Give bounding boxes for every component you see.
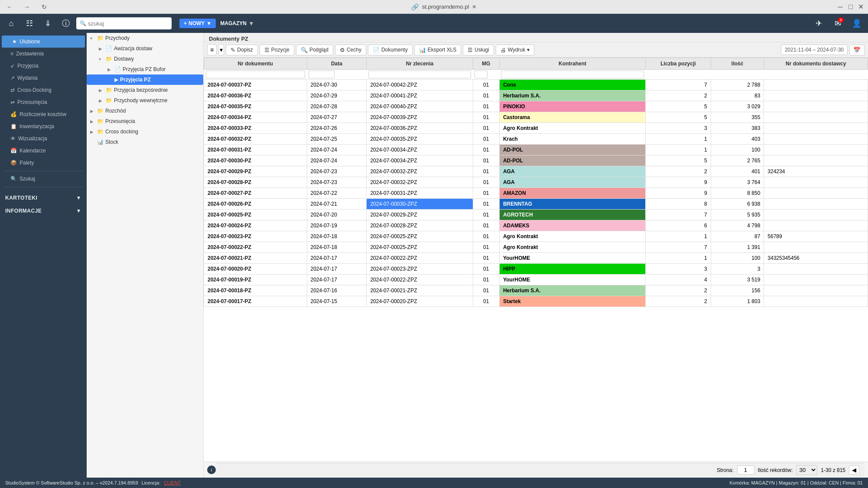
nav-awizacja[interactable]: ▶ 📄 Awizacja dostaw <box>87 43 203 54</box>
nav-przyjecia-bufor[interactable]: ▶ 📄 Przyjęcia PZ Bufor <box>87 64 203 74</box>
wydruk-button[interactable]: 🖨 Wydruk ▾ <box>496 45 535 55</box>
table-row[interactable]: 2024-07-00025-PZ2024-07-202024-07-00029-… <box>204 210 868 220</box>
cell-order: 2024-07-00022-ZPZ <box>367 275 473 285</box>
cell-qty: 156 <box>711 285 764 296</box>
sidebar-item-zestawienia[interactable]: ≡ Zestawienia <box>0 48 87 60</box>
nav-przychody[interactable]: ▾ 📁 Przychody <box>87 33 203 43</box>
dokumenty-button[interactable]: 📄 Dokumenty <box>368 45 413 55</box>
table-row[interactable]: 2024-07-00018-PZ2024-07-162024-07-00021-… <box>204 285 868 296</box>
sidebar-header-kartoteki[interactable]: KARTOTEKI ▼ <box>0 191 87 204</box>
cell-doc: 2024-07-00018-PZ <box>204 285 307 296</box>
cell-mg: 01 <box>473 155 499 166</box>
sidebar-header-informacje[interactable]: INFORMACJE ▼ <box>0 204 87 217</box>
wydruk-label: Wydruk <box>508 47 526 53</box>
nav-przyjecia-pz[interactable]: ▶ Przyjęcia PZ <box>87 74 203 85</box>
nav-cross-docking[interactable]: ▶ 📁 Cross docking <box>87 126 203 137</box>
hamburger-button[interactable]: ≡ <box>207 44 217 55</box>
sidebar-item-przesunecia[interactable]: ⇌ Przesunięcia <box>0 96 87 108</box>
sidebar-item-przyjecia[interactable]: ↙ Przyjęcia <box>0 60 87 72</box>
filter-order[interactable] <box>368 71 471 78</box>
sidebar-item-szukaj[interactable]: 🔍 Szukaj <box>0 173 87 185</box>
sidebar-item-palety[interactable]: 📦 Palety <box>0 157 87 169</box>
table-row[interactable]: 2024-07-00029-PZ2024-07-232024-07-00032-… <box>204 166 868 177</box>
nav-stock[interactable]: 📊 Stock <box>87 137 203 147</box>
forward-button[interactable]: → <box>21 2 33 12</box>
download-button[interactable]: ⇓ <box>40 16 55 31</box>
cell-pos: 7 <box>646 80 711 90</box>
cell-docnum <box>764 199 868 210</box>
sidebar-item-ulubione[interactable]: ★ Ulubione <box>2 36 85 48</box>
sidebar-item-wydania[interactable]: ↗ Wydania <box>0 72 87 84</box>
minimize-button[interactable]: ─ <box>837 3 844 10</box>
sidebar-item-wizualizacja[interactable]: 👁 Wizualizacja <box>0 133 87 145</box>
cell-qty: 1 803 <box>711 296 764 307</box>
license-label: Licencja: <box>142 480 160 485</box>
cell-mg: 01 <box>473 80 499 90</box>
notification-button[interactable]: ✉ 6 <box>830 16 845 31</box>
nav-przyjecia-bezp[interactable]: ▶ 📁 Przyjęcia bezpośrednie <box>87 85 203 95</box>
table-row[interactable]: 2024-07-00031-PZ2024-07-242024-07-00034-… <box>204 145 868 155</box>
filter-date[interactable] <box>309 71 335 78</box>
table-row[interactable]: 2024-07-00035-PZ2024-07-282024-07-00040-… <box>204 101 868 112</box>
dopisz-button[interactable]: ✎ Dopisz <box>226 45 258 55</box>
cell-date: 2024-07-27 <box>307 112 367 123</box>
uslugi-button[interactable]: ☰ Usługi <box>463 45 494 55</box>
sidebar-item-kalendarze[interactable]: 📅 Kalendarze <box>0 145 87 157</box>
home-button[interactable]: ⌂ <box>3 16 19 31</box>
cell-docnum <box>764 101 868 112</box>
table-row[interactable]: 2024-07-00019-PZ2024-07-172024-07-00022-… <box>204 275 868 285</box>
pozycje-label: Pozycje <box>271 47 289 53</box>
table-row[interactable]: 2024-07-00020-PZ2024-07-172024-07-00023-… <box>204 264 868 275</box>
table-row[interactable]: 2024-07-00030-PZ2024-07-242024-07-00034-… <box>204 155 868 166</box>
records-select[interactable]: 30 50 100 <box>796 465 817 475</box>
nav-przychody-wewn[interactable]: ▶ 📁 Przychody wewnętrzne <box>87 95 203 106</box>
table-row[interactable]: 2024-07-00023-PZ2024-07-182024-07-00025-… <box>204 231 868 242</box>
filter-doc[interactable] <box>206 71 306 78</box>
table-row[interactable]: 2024-07-00021-PZ2024-07-172024-07-00022-… <box>204 253 868 264</box>
sidebar-item-rozliczenie[interactable]: 💰 Rozliczenie kosztów <box>0 108 87 120</box>
cell-doc: 2024-07-00031-PZ <box>204 145 307 155</box>
table-row[interactable]: 2024-07-00034-PZ2024-07-272024-07-00039-… <box>204 112 868 123</box>
user-button[interactable]: 👤 <box>849 16 865 31</box>
filter-contractor[interactable] <box>501 71 644 78</box>
data-table-wrapper: Nr dokumentu Data Nr zlecenia MG Kontrah… <box>204 58 868 462</box>
table-row[interactable]: 2024-07-00017-PZ2024-07-152024-07-00020-… <box>204 296 868 307</box>
hamburger-dropdown-button[interactable]: ▾ <box>218 44 224 55</box>
wydruk-icon: 🖨 <box>501 47 506 53</box>
nav-przesunecia-tree[interactable]: ▶ 📁 Przesunięcia <box>87 116 203 126</box>
eksport-button[interactable]: 📊 Eksport XLS <box>414 45 462 55</box>
page-input[interactable] <box>737 465 754 475</box>
table-row[interactable]: 2024-07-00033-PZ2024-07-262024-07-00036-… <box>204 123 868 134</box>
pozycje-button[interactable]: ☰ Pozycje <box>260 45 294 55</box>
cell-date: 2024-07-17 <box>307 253 367 264</box>
back-button[interactable]: ← <box>3 2 16 12</box>
close-button[interactable]: ✕ <box>858 3 865 10</box>
plane-button[interactable]: ✈ <box>811 16 826 31</box>
table-row[interactable]: 2024-07-00032-PZ2024-07-252024-07-00035-… <box>204 134 868 145</box>
panels-button[interactable]: ☷ <box>22 16 37 31</box>
sidebar-item-cross-docking[interactable]: ⇄ Cross-Docking <box>0 84 87 96</box>
license-link[interactable]: CLIENT <box>164 480 181 485</box>
filter-mg[interactable] <box>475 71 488 78</box>
maximize-button[interactable]: □ <box>847 3 854 10</box>
table-row[interactable]: 2024-07-00027-PZ2024-07-222024-07-00031-… <box>204 188 868 199</box>
cechy-button[interactable]: ⚙ Cechy <box>335 45 366 55</box>
nav-rozchod[interactable]: ▶ 📁 Rozchód <box>87 106 203 116</box>
table-row[interactable]: 2024-07-00036-PZ2024-07-292024-07-00041-… <box>204 90 868 101</box>
calendar-button[interactable]: 📅 <box>849 45 865 55</box>
table-row[interactable]: 2024-07-00037-PZ2024-07-302024-07-00042-… <box>204 80 868 90</box>
prev-page-button[interactable]: ◀ <box>849 465 859 475</box>
info-button[interactable]: ⓘ <box>58 16 74 31</box>
table-row[interactable]: 2024-07-00028-PZ2024-07-232024-07-00032-… <box>204 177 868 188</box>
info-button-circle[interactable]: i <box>207 465 216 474</box>
cell-date: 2024-07-26 <box>307 123 367 134</box>
sidebar-item-inwentaryzacja[interactable]: 📋 Inwentaryzacja <box>0 120 87 133</box>
refresh-button[interactable]: ↻ <box>38 2 50 12</box>
podglad-button[interactable]: 🔍 Podgląd <box>296 45 333 55</box>
table-row[interactable]: 2024-07-00024-PZ2024-07-192024-07-00028-… <box>204 220 868 231</box>
new-button[interactable]: + NOWY ▼ <box>179 19 216 28</box>
table-row[interactable]: 2024-07-00026-PZ2024-07-212024-07-00030-… <box>204 199 868 210</box>
nav-dostawy[interactable]: ▾ 📁 Dostawy <box>87 54 203 64</box>
search-input[interactable] <box>88 20 166 27</box>
table-row[interactable]: 2024-07-00022-PZ2024-07-182024-07-00025-… <box>204 242 868 253</box>
